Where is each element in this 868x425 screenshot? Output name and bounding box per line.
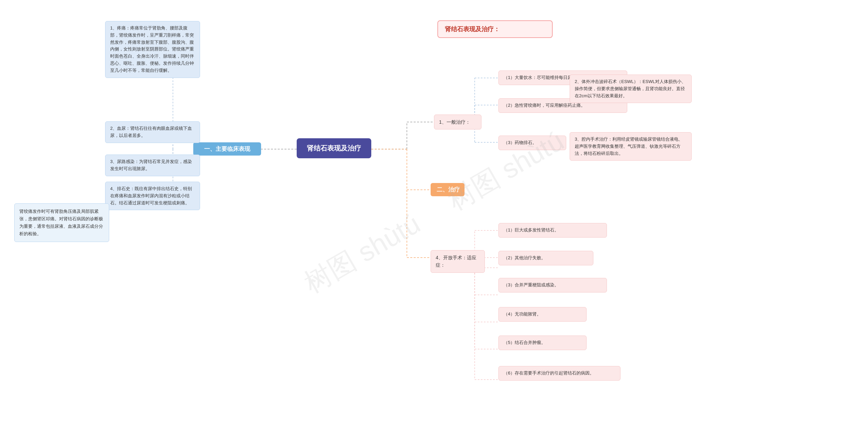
- open-surgery-5: （5）结石合并肿瘤。: [498, 336, 587, 350]
- branch-right-2-label: 二、治疗: [431, 183, 465, 196]
- left-bottom-info: 肾绞痛发作时可有肾肋角压痛及局部肌紧张，患侧肾区叩痛。对肾结石病因的诊断极为重要…: [14, 203, 109, 242]
- open-surgery-label: 4、开放手术：适应症：: [431, 250, 485, 273]
- branch-right-1-label: 1、一般治疗：: [434, 115, 481, 129]
- eswl-node: 2、体外冲击波碎石术（ESWL）：ESWL对人体损伤小、操作简便，但要求患侧输尿…: [570, 75, 692, 103]
- header-box-label: 肾结石表现及治疗：: [445, 26, 500, 33]
- central-node: 肾结石表现及治疗: [297, 138, 371, 158]
- open-surgery-6: （6）存在需要手术治疗的引起肾结石的病因。: [498, 366, 620, 381]
- right-general-3: （3）药物排石。: [498, 136, 566, 150]
- header-box: 肾结石表现及治疗：: [437, 20, 553, 38]
- mind-map: 肾结石表现及治疗： 肾结石表现及治疗 一、主要临床表现 1、疼痛：疼痛常位于肾肋…: [0, 0, 868, 425]
- branch-left-label: 一、主要临床表现: [193, 142, 261, 156]
- left-node-4: 4、排石史：既往有尿中排出结石史，特别在疼痛和血尿发作时尿内混有沙粒或小结石。结…: [105, 182, 200, 210]
- surgery-node: 3、腔内手术治疗：利用经皮肾镜或输尿管镜结合液电、超声医学教育网收集整理、气压弹…: [570, 132, 692, 161]
- open-surgery-4: （4）无功能脓肾。: [498, 307, 587, 322]
- open-surgery-1: （1）巨大或多发性肾结石。: [498, 223, 607, 238]
- left-node-1: 1、疼痛：疼痛常位于肾肋角、腰部及腹部，肾绞痛发作时，呈严重刀割样痛，常突然发作…: [105, 21, 200, 78]
- left-node-3: 3、尿路感染：为肾结石常见并发症，感染发生时可出现脓尿。: [105, 155, 200, 176]
- left-node-2: 2、血尿：肾结石往往有肉眼血尿或镜下血尿，以后者居多。: [105, 121, 200, 143]
- open-surgery-2: （2）其他治疗失败。: [498, 251, 593, 265]
- central-node-label: 肾结石表现及治疗: [307, 144, 361, 152]
- open-surgery-3: （3）合并严重梗阻或感染。: [498, 278, 607, 292]
